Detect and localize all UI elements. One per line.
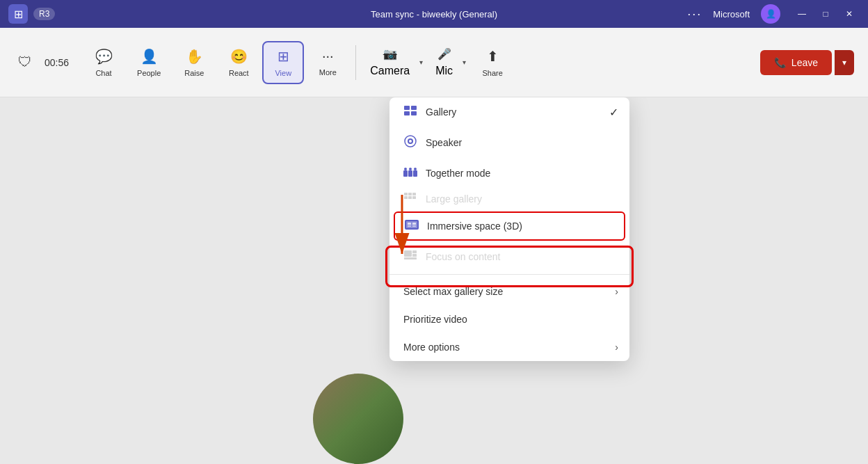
people-icon: 👤	[140, 48, 158, 65]
raise-icon: ✋	[186, 48, 203, 65]
together-icon	[403, 167, 417, 179]
svg-rect-2	[404, 106, 410, 110]
more-icon: ···	[322, 48, 334, 64]
leave-chevron-button[interactable]: ▾	[835, 50, 854, 75]
menu-item-prioritize[interactable]: Prioritize video	[389, 305, 629, 333]
menu-item-gallery[interactable]: Gallery ✓	[389, 97, 629, 127]
menu-item-focus[interactable]: Focus on content	[389, 242, 629, 271]
react-label: React	[229, 69, 249, 77]
minimize-button[interactable]: —	[791, 7, 812, 21]
call-timer: 00:56	[45, 57, 69, 68]
main-content: Gallery ✓ Speaker	[0, 97, 868, 464]
together-label: Together mode	[426, 168, 490, 179]
react-icon: 😊	[230, 48, 248, 65]
view-label: View	[275, 69, 291, 77]
shield-icon: 🛡	[14, 51, 36, 74]
title-bar-left: ⊞ R3	[8, 4, 55, 24]
menu-divider-1	[389, 274, 629, 275]
camera-button[interactable]: 📷 Camera	[363, 42, 417, 83]
window-controls: — □ ✕	[791, 7, 860, 21]
title-options-icon[interactable]: ···	[687, 7, 702, 22]
leave-phone-icon: 📞	[774, 57, 786, 68]
menu-item-together[interactable]: Together mode	[389, 159, 629, 188]
gallery-check-icon: ✓	[609, 106, 618, 119]
svg-point-8	[409, 140, 412, 143]
participant-avatar	[313, 374, 403, 464]
share-label: Share	[482, 69, 502, 77]
svg-rect-4	[404, 111, 410, 115]
menu-item-more-options[interactable]: More options ›	[389, 333, 629, 361]
leave-wrapper: 📞 Leave ▾	[760, 50, 854, 75]
view-dropdown-menu: Gallery ✓ Speaker	[389, 97, 629, 361]
menu-item-speaker[interactable]: Speaker	[389, 127, 629, 159]
mic-icon: 🎤	[437, 47, 451, 61]
toolbar: 🛡 00:56 💬 Chat 👤 People ✋ Raise 😊 React …	[0, 28, 868, 97]
teams-app-icon: ⊞	[8, 4, 28, 24]
svg-rect-11	[413, 170, 417, 177]
svg-point-14	[414, 168, 417, 170]
arrow-annotation	[381, 195, 423, 267]
mic-dropdown-arrow[interactable]: ▾	[460, 42, 469, 83]
share-icon: ⬆	[487, 48, 499, 65]
svg-rect-5	[411, 111, 417, 115]
people-button[interactable]: 👤 People	[127, 42, 170, 83]
mic-label: Mic	[435, 65, 453, 77]
speaker-label: Speaker	[426, 137, 462, 148]
svg-rect-3	[411, 106, 417, 110]
share-button[interactable]: ⬆ Share	[472, 42, 513, 83]
svg-rect-10	[408, 170, 412, 177]
mic-button[interactable]: 🎤 Mic	[428, 42, 460, 83]
leave-button[interactable]: 📞 Leave	[760, 50, 832, 75]
svg-point-12	[404, 168, 407, 170]
camera-icon: 📷	[383, 47, 397, 61]
title-bar-right: ··· Microsoft 👤 — □ ✕	[687, 4, 860, 24]
people-label: People	[137, 69, 161, 77]
close-button[interactable]: ✕	[839, 7, 860, 21]
more-options-arrow-icon: ›	[615, 342, 618, 353]
leave-label: Leave	[791, 57, 818, 68]
immersive-label: Immersive space (3D)	[427, 221, 522, 232]
title-bar: ⊞ R3 Team sync - biweekly (General) ··· …	[0, 0, 868, 28]
separator-1	[355, 45, 356, 80]
company-label: Microsoft	[713, 9, 750, 19]
large-gallery-label: Large gallery	[426, 193, 482, 205]
mic-chevron-icon: ▾	[463, 58, 466, 66]
mic-split-button: 🎤 Mic ▾	[428, 42, 469, 83]
window-title: Team sync - biweekly (General)	[371, 9, 497, 19]
menu-item-max-gallery[interactable]: Select max gallery size ›	[389, 278, 629, 305]
gallery-icon	[403, 106, 417, 118]
leave-chevron-icon: ▾	[842, 58, 846, 67]
toolbar-right: 📞 Leave ▾	[760, 50, 854, 75]
maximize-button[interactable]: □	[815, 7, 836, 21]
raise-button[interactable]: ✋ Raise	[173, 42, 215, 83]
camera-label: Camera	[370, 65, 410, 77]
camera-dropdown-arrow[interactable]: ▾	[417, 42, 426, 83]
more-button[interactable]: ··· More	[307, 42, 348, 82]
view-icon: ⊞	[278, 48, 289, 65]
camera-split-button: 📷 Camera ▾	[363, 42, 426, 83]
max-gallery-arrow-icon: ›	[615, 286, 618, 297]
menu-item-immersive[interactable]: Immersive space (3D)	[394, 211, 625, 241]
r3-badge: R3	[33, 8, 55, 20]
view-button[interactable]: ⊞ View	[262, 41, 304, 84]
react-button[interactable]: 😊 React	[218, 42, 259, 83]
speaker-icon	[403, 135, 417, 150]
chat-label: Chat	[95, 69, 111, 77]
more-options-label: More options	[403, 342, 460, 353]
raise-label: Raise	[184, 69, 204, 77]
focus-label: Focus on content	[426, 251, 500, 262]
chat-button[interactable]: 💬 Chat	[83, 42, 124, 83]
max-gallery-label: Select max gallery size	[403, 286, 503, 297]
user-avatar[interactable]: 👤	[761, 4, 780, 24]
camera-chevron-icon: ▾	[419, 58, 423, 66]
gallery-label: Gallery	[426, 106, 456, 118]
svg-point-13	[409, 168, 412, 170]
svg-rect-9	[403, 170, 408, 177]
more-label: More	[319, 68, 337, 77]
prioritize-label: Prioritize video	[403, 314, 467, 325]
menu-item-large-gallery[interactable]: Large gallery	[389, 188, 629, 210]
chat-icon: 💬	[95, 48, 113, 65]
